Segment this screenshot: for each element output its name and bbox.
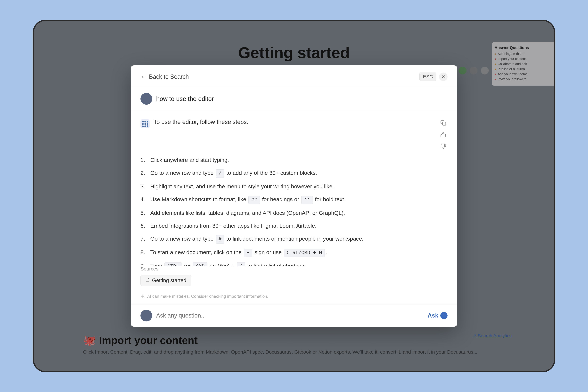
step-4: 4. Use Markdown shortcuts to format, lik… — [140, 195, 448, 204]
answer-action-buttons — [439, 118, 448, 150]
bold-code: ** — [301, 196, 313, 204]
dot-g-6 — [147, 123, 148, 125]
step-5: 5. Add elements like lists, tables, diag… — [140, 209, 448, 217]
back-label: Back to Search — [149, 73, 189, 80]
avatar-circle — [140, 93, 152, 105]
plus-code: + — [244, 249, 252, 257]
hash-code: ## — [248, 196, 260, 204]
step-8: 8. To start a new document, click on the… — [140, 248, 448, 257]
disclaimer-row: ⚠ AI can make mistakes. Consider checkin… — [131, 291, 457, 304]
source-doc-icon — [145, 278, 150, 283]
ask-button[interactable]: Ask ↑ — [428, 312, 448, 319]
ai-icon — [140, 119, 150, 128]
ask-input[interactable] — [156, 312, 424, 319]
ctrl-cmd-m-code: CTRL/CMD + M — [284, 249, 325, 257]
ai-answer-modal: ← Back to Search ESC ✕ how to use the ed… — [131, 65, 457, 327]
ask-avatar-circle — [140, 310, 152, 322]
svg-rect-0 — [443, 122, 446, 126]
ask-arrow-icon: ↑ — [440, 312, 448, 319]
query-text: how to use the editor — [156, 96, 214, 102]
modal-header: ← Back to Search ESC ✕ — [131, 65, 457, 87]
dot-g-3 — [147, 121, 148, 122]
modal-overlay: ← Back to Search ESC ✕ how to use the ed… — [34, 21, 554, 371]
dot-g-4 — [142, 123, 144, 125]
dot-g-8 — [144, 126, 146, 127]
source-chip[interactable]: Getting started — [140, 275, 191, 286]
answer-section: To use the editor, follow these steps: — [131, 111, 457, 266]
thumbs-down-button[interactable] — [439, 142, 448, 150]
step-2: 2. Go to a new row and type / to add any… — [140, 169, 448, 178]
dot-g-2 — [144, 121, 146, 122]
at-code: @ — [216, 235, 224, 244]
steps-list: 1. Click anywhere and start typing. 2. G… — [140, 156, 448, 266]
user-avatar — [140, 93, 152, 105]
ask-label: Ask — [428, 312, 438, 319]
answer-intro-text: To use the editor, follow these steps: — [154, 118, 434, 126]
disclaimer-text: AI can make mistakes. Consider checking … — [147, 294, 268, 299]
slash-code-2: / — [237, 262, 245, 266]
copy-button[interactable] — [439, 118, 448, 127]
warning-icon: ⚠ — [140, 294, 144, 299]
sources-label: Sources: — [140, 266, 448, 272]
dot-g-5 — [144, 123, 146, 125]
dot-g-9 — [147, 126, 148, 127]
esc-badge[interactable]: ESC — [420, 72, 436, 81]
step-3: 3. Highlight any text, and use the menu … — [140, 182, 448, 190]
source-name: Getting started — [152, 277, 186, 284]
slash-code: / — [216, 170, 224, 178]
dot-g-7 — [142, 126, 144, 127]
cmd-code: CMD — [193, 262, 208, 266]
device-frame: Getting started · 3 min read Answer Ques… — [33, 20, 555, 372]
step-9: 9. Type CTRL (or CMD on Mac) + / to find… — [140, 262, 448, 266]
step-1: 1. Click anywhere and start typing. — [140, 156, 448, 164]
ask-row: Ask ↑ — [131, 304, 457, 327]
thumbs-up-button[interactable] — [439, 130, 448, 139]
close-button[interactable]: ✕ — [439, 72, 448, 81]
ai-dots-grid — [142, 121, 148, 127]
dot-g-1 — [142, 121, 144, 122]
step-7: 7. Go to a new row and type @ to link do… — [140, 234, 448, 244]
answer-header: To use the editor, follow these steps: — [140, 118, 448, 150]
back-to-search-button[interactable]: ← Back to Search — [140, 73, 189, 80]
ask-user-avatar — [140, 310, 152, 322]
back-arrow-icon: ← — [140, 73, 146, 80]
ctrl-code: CTRL — [164, 262, 182, 266]
sources-section: Sources: Getting started — [131, 266, 457, 291]
query-row: how to use the editor — [131, 87, 457, 111]
answer-intro-row: To use the editor, follow these steps: — [140, 118, 434, 128]
step-6: 6. Embed integrations from 30+ other app… — [140, 222, 448, 230]
modal-controls: ESC ✕ — [420, 72, 448, 81]
